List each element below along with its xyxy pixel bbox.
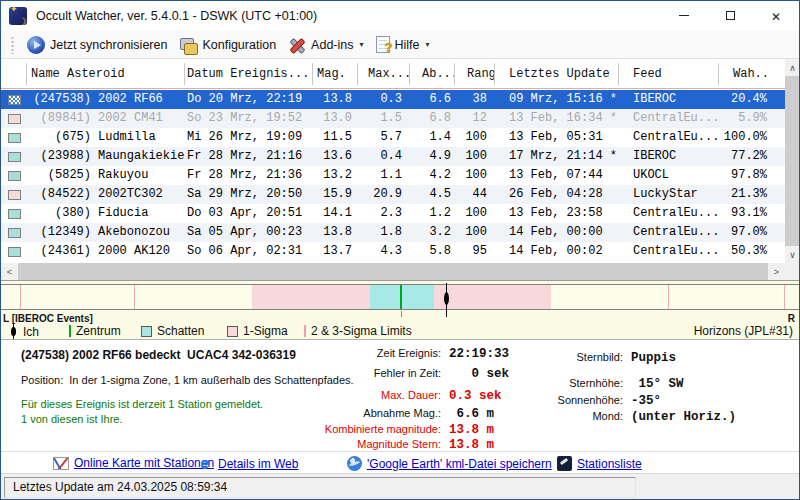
event-color-swatch (8, 171, 21, 181)
cell-update: 26 Feb, 04:28 (495, 185, 619, 204)
table-row[interactable]: (23988)MaungakiekieFr 28 Mrz, 21:1613.60… (1, 147, 785, 166)
cell-max: 0.3 (358, 90, 410, 109)
configuration-button[interactable]: Konfiguration (173, 34, 282, 56)
table-row[interactable]: (89841)2002 CM41So 23 Mrz, 19:5213.01.56… (1, 109, 785, 128)
app-window: Occult Watcher, ver. 5.4.0.1 - DSWK (UTC… (0, 0, 800, 500)
cell-update: 09 Mrz, 15:16 * (495, 90, 619, 109)
sync-icon (27, 36, 45, 54)
cell-ab: 1.2 (410, 204, 455, 223)
cell-name: (89841)2002 CM41 (27, 109, 185, 128)
column-header-date[interactable]: Datum Ereignis... (185, 63, 313, 85)
table-row[interactable]: (84522)2002TC302Sa 29 Mrz, 20:5015.920.9… (1, 185, 785, 204)
cell-mag: 13.8 (313, 223, 358, 242)
column-header-swatch[interactable] (1, 63, 27, 85)
help-icon (376, 36, 390, 53)
cell-mag: 13.2 (313, 166, 358, 185)
cell-probability: 100.0% (719, 128, 769, 147)
column-header-rang[interactable]: Rang (455, 63, 495, 85)
cell-ab: 4.5 (410, 185, 455, 204)
sync-now-button[interactable]: Jetzt synchronisieren (21, 34, 173, 56)
cell-rang: 100 (455, 223, 495, 242)
cell-probability: 97.0% (719, 223, 769, 242)
cell-rang: 38 (455, 90, 495, 109)
legend-ich: Ich (9, 324, 39, 339)
table-row[interactable]: (247538)2002 RF66Do 20 Mrz, 22:1913.80.3… (1, 90, 785, 109)
column-header-name[interactable]: Name Asteroid (27, 63, 185, 85)
cell-max: 0.4 (358, 147, 410, 166)
addins-menu-button[interactable]: Add-ins ▾ (282, 34, 369, 56)
observer-position-marker[interactable] (443, 283, 450, 317)
cell-feed: UKOCL (619, 166, 719, 185)
occultation-timeline-chart[interactable] (1, 284, 799, 310)
station-list-link[interactable]: Stationsliste (557, 456, 642, 471)
table-row[interactable]: (380)FiduciaDo 03 Apr, 20:5114.12.31.210… (1, 204, 785, 223)
cell-rang: 100 (455, 147, 495, 166)
table-row[interactable]: (24361)2000 AK120So 06 Apr, 02:3113.74.3… (1, 242, 785, 261)
field-event-time: Zeit Ereignis:22:19:33 (291, 347, 509, 361)
station-list-icon (557, 456, 572, 471)
table-row[interactable]: (5825)RakuyouFr 28 Mrz, 21:3613.21.14.21… (1, 166, 785, 185)
table-header: Name Asteroid Datum Ereignis... Mag. Max… (1, 59, 785, 89)
cell-feed: IBEROC (619, 147, 719, 166)
toolbar-grip[interactable] (11, 36, 14, 54)
column-header-update[interactable]: Letztes Update (495, 63, 619, 85)
cell-max: 4.3 (358, 242, 410, 261)
scroll-right-icon[interactable]: > (768, 263, 785, 280)
map-icon (53, 457, 69, 470)
scroll-down-icon[interactable]: ∨ (785, 246, 800, 263)
event-color-swatch (8, 133, 21, 143)
field-time-error: Fehler in Zeit: 0 sek (291, 367, 509, 381)
field-combined-mag: Kombinierte magnitude:13.8 m (291, 423, 494, 437)
maximize-button[interactable] (707, 1, 753, 30)
links-row: Online Karte mit Stationen e Details im … (1, 451, 799, 473)
column-header-max[interactable]: Max... (358, 63, 410, 85)
cell-probability: 77.2% (719, 147, 769, 166)
online-map-link[interactable]: Online Karte mit Stationen (53, 456, 214, 470)
title-bar: Occult Watcher, ver. 5.4.0.1 - DSWK (UTC… (1, 1, 799, 31)
column-header-ab[interactable]: Ab... (410, 63, 455, 85)
cell-ab: 6.8 (410, 109, 455, 128)
web-details-link[interactable]: e Details im Web (197, 456, 298, 472)
cell-mag: 13.6 (313, 147, 358, 166)
timeline-legend: Ich Zentrum Schatten 1-Sigma 2 & 3-Sigma… (1, 324, 799, 340)
cell-update: 14 Feb, 00:02 (495, 242, 619, 261)
chevron-down-icon: ▾ (426, 40, 430, 49)
cell-name: (5825)Rakuyou (27, 166, 185, 185)
center-line-icon (69, 325, 71, 337)
column-header-feed[interactable]: Feed (619, 63, 719, 85)
vertical-scrollbar[interactable]: ∧ ∨ (785, 59, 800, 263)
cell-update: 13 Feb, 16:34 * (495, 109, 619, 128)
sigma-limit-line (668, 285, 669, 309)
event-color-swatch (8, 209, 21, 219)
timeline-right-label: R (788, 313, 795, 324)
cell-max: 20.9 (358, 185, 410, 204)
shadow-swatch-icon (141, 326, 152, 337)
close-button[interactable] (753, 1, 799, 30)
horizontal-scroll-thumb[interactable] (18, 263, 768, 280)
google-earth-kml-link[interactable]: 'Google Earth' kml-Datei speichern (347, 456, 552, 471)
cell-max: 5.7 (358, 128, 410, 147)
cell-rang: 44 (455, 185, 495, 204)
scroll-up-icon[interactable]: ∧ (785, 59, 800, 76)
cell-update: 14 Feb, 00:00 (495, 223, 619, 242)
shadow-band (370, 285, 434, 309)
field-max-duration: Max. Dauer:0.3 sek (291, 389, 502, 403)
scroll-left-icon[interactable]: < (1, 263, 18, 280)
vertical-scroll-thumb[interactable] (785, 76, 800, 246)
table-row[interactable]: (675)LudmillaMi 26 Mrz, 19:0911.55.71.41… (1, 128, 785, 147)
browser-icon: e (197, 456, 213, 472)
table-row[interactable]: (12349)AkebonozouSa 05 Apr, 00:2313.81.8… (1, 223, 785, 242)
cell-rang: 12 (455, 109, 495, 128)
cell-update: 13 Feb, 23:58 (495, 204, 619, 223)
minimize-button[interactable] (661, 1, 707, 30)
help-menu-button[interactable]: Hilfe ▾ (370, 34, 436, 55)
column-header-mag[interactable]: Mag. (313, 63, 358, 85)
cell-name: (23988)Maungakiekie (27, 147, 185, 166)
event-color-swatch (8, 190, 21, 200)
column-header-probability[interactable]: Wah... (719, 63, 769, 85)
toolbar: Jetzt synchronisieren Konfiguration Add-… (1, 31, 799, 59)
cell-update: 13 Feb, 07:44 (495, 166, 619, 185)
cell-date: So 23 Mrz, 19:52 (185, 109, 313, 128)
horizontal-scrollbar[interactable]: < > (1, 263, 785, 280)
cell-probability: 21.3% (719, 185, 769, 204)
